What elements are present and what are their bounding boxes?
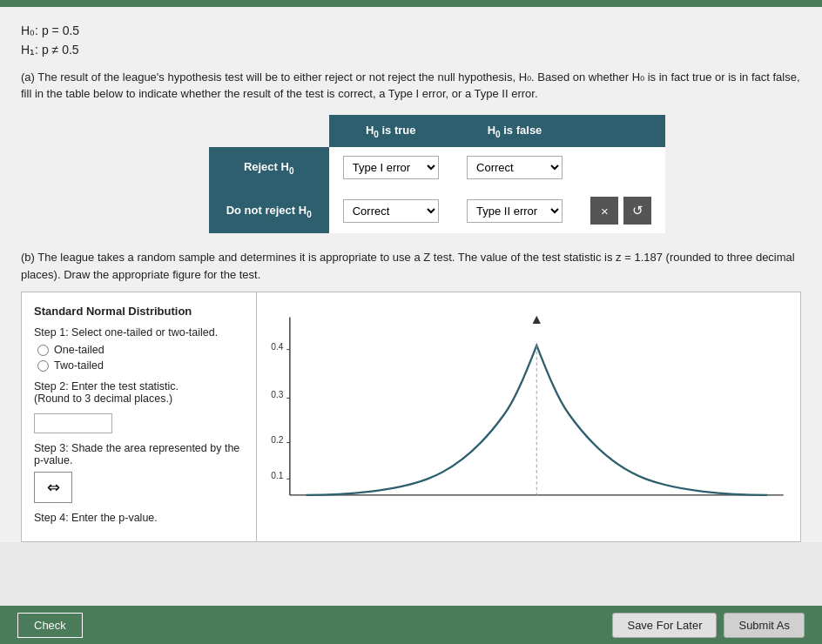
check-button[interactable]: Check: [17, 613, 83, 638]
reject-label: Reject H0: [209, 147, 329, 188]
step2-note: (Round to 3 decimal places.): [34, 392, 172, 405]
notreject-false-select[interactable]: Type II error Correct Type I error: [467, 199, 563, 223]
hypothesis-table: H0 is true H0 is false Reject H0 Type I …: [209, 115, 666, 234]
two-tailed-radio[interactable]: [37, 360, 49, 372]
svg-text:0.2: 0.2: [271, 435, 284, 445]
save-button[interactable]: Save For Later: [612, 613, 717, 638]
svg-marker-10: [533, 316, 541, 324]
notreject-h0-true-cell[interactable]: Correct Type I error Type II error: [329, 188, 453, 233]
part-a-text: (a) The result of the league's hypothesi…: [21, 69, 801, 103]
left-panel: Standard Normal Distribution Step 1: Sel…: [22, 292, 257, 541]
notreject-label: Do not reject H0: [209, 188, 329, 233]
reject-h0-true-cell[interactable]: Type I error Correct Type II error: [329, 147, 453, 188]
submit-button[interactable]: Submit As: [724, 613, 805, 638]
shade-icon: ⇔: [47, 478, 60, 497]
step1-label: Step 1: Select one-tailed or two-tailed.: [34, 326, 244, 339]
step3-label: Step 3: Shade the area represented by th…: [34, 442, 244, 466]
test-statistic-input[interactable]: [34, 413, 112, 433]
part-b-text: (b) The league takes a random sample and…: [21, 249, 801, 283]
table-row-notreject: Do not reject H0 Correct Type I error Ty…: [209, 188, 666, 233]
reject-actions: [576, 147, 665, 188]
one-tailed-radio[interactable]: [37, 345, 49, 356]
chart-panel: 0.4 0.3 0.2 0.1: [257, 292, 800, 541]
notreject-actions[interactable]: × ↺: [576, 188, 665, 233]
main-content: H₀: p = 0.5 H₁: p ≠ 0.5 (a) The result o…: [0, 7, 822, 542]
h0-true-header: H0 is true: [329, 115, 453, 148]
tail-selection: One-tailed Two-tailed: [37, 344, 244, 372]
table-row-reject: Reject H0 Type I error Correct Type II e…: [209, 147, 666, 188]
svg-text:0.4: 0.4: [271, 342, 284, 352]
bottom-bar: Check Save For Later Submit As: [0, 606, 822, 644]
notreject-true-select[interactable]: Correct Type I error Type II error: [343, 199, 439, 223]
step4-label: Step 4: Enter the p-value.: [34, 512, 244, 524]
shade-button[interactable]: ⇔: [34, 472, 72, 503]
two-tailed-option[interactable]: Two-tailed: [37, 359, 244, 372]
step2-label: Step 2: Enter the test statistic. (Round…: [34, 380, 244, 405]
hypothesis-block: H₀: p = 0.5 H₁: p ≠ 0.5: [21, 21, 801, 60]
normal-distribution-chart: 0.4 0.3 0.2 0.1: [266, 301, 792, 527]
top-bar: [0, 0, 822, 7]
svg-text:0.1: 0.1: [271, 472, 284, 481]
empty-header: [209, 115, 329, 148]
part-b-container: Standard Normal Distribution Step 1: Sel…: [21, 292, 801, 542]
h0-hypothesis: H₀: p = 0.5: [21, 21, 801, 40]
svg-text:0.3: 0.3: [271, 391, 284, 400]
bottom-right-buttons: Save For Later Submit As: [612, 613, 805, 638]
reject-h0-false-cell[interactable]: Correct Type I error Type II error: [453, 147, 577, 188]
h0-false-header: H0 is false: [453, 115, 577, 148]
one-tailed-label: One-tailed: [54, 344, 104, 356]
reject-true-select[interactable]: Type I error Correct Type II error: [343, 156, 439, 179]
clear-button[interactable]: ×: [590, 197, 618, 225]
panel-title: Standard Normal Distribution: [34, 305, 244, 318]
notreject-h0-false-cell[interactable]: Type II error Correct Type I error: [453, 188, 577, 233]
h1-hypothesis: H₁: p ≠ 0.5: [21, 40, 801, 59]
hypothesis-table-container: H0 is true H0 is false Reject H0 Type I …: [21, 115, 801, 234]
action-header: [576, 115, 665, 148]
two-tailed-label: Two-tailed: [54, 359, 104, 372]
one-tailed-option[interactable]: One-tailed: [37, 344, 244, 356]
undo-button[interactable]: ↺: [623, 197, 651, 225]
reject-false-select[interactable]: Correct Type I error Type II error: [467, 156, 563, 179]
